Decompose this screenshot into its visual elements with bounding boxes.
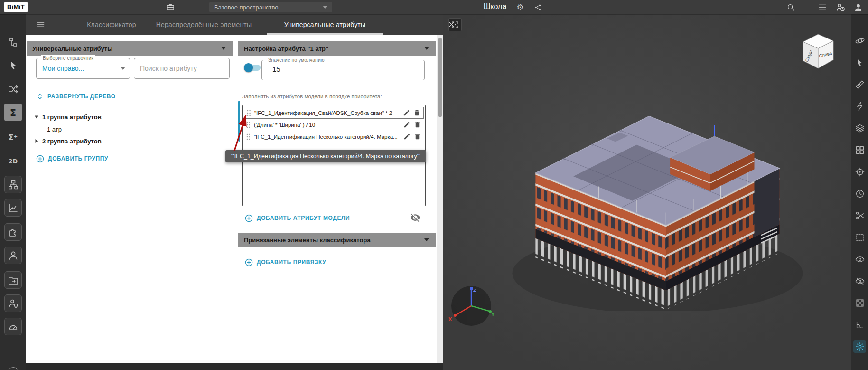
chevron-down-icon — [221, 47, 226, 50]
add-binding-label: ДОБАВИТЬ ПРИВЯЗКУ — [257, 259, 326, 266]
angle-button[interactable] — [853, 318, 866, 331]
tree-group-2[interactable]: 2 группа атрибутов — [34, 135, 102, 147]
right-toolbar — [851, 14, 868, 370]
help-button[interactable]: ? — [7, 367, 20, 370]
bolt-button[interactable] — [853, 100, 866, 113]
add-binding-button[interactable]: ДОБАВИТЬ ПРИВЯЗКУ — [245, 257, 326, 267]
cursor-icon — [855, 57, 865, 68]
model-tree-button[interactable] — [4, 33, 22, 51]
view-2d-button[interactable]: 2D — [4, 152, 22, 170]
layers-button[interactable] — [853, 122, 866, 134]
workspace-select[interactable]: Базовое пространство — [209, 2, 332, 12]
left-column-header[interactable]: Универсальные атрибуты — [27, 41, 233, 56]
left-toolbar: Σ Σ⁺ 2D ? — [0, 14, 26, 370]
account-icon[interactable] — [853, 2, 863, 12]
plus-circle-icon — [245, 214, 253, 222]
model-attribute-row[interactable]: "IFC_1_Идентификация Несколько категорий… — [244, 131, 424, 142]
sum-icon: Σ — [10, 107, 16, 118]
panel-tabbar: Классификатор Нераспределённые элементы … — [26, 14, 443, 35]
panel-scrollbar[interactable] — [437, 35, 443, 363]
scrollbar-thumb[interactable] — [438, 38, 442, 117]
add-formula-button[interactable]: Σ⁺ — [4, 129, 22, 146]
edit-pencil-icon[interactable] — [403, 133, 411, 140]
grid-button[interactable] — [853, 143, 866, 156]
workspace-label: Базовое пространство — [214, 4, 279, 11]
universal-attributes-button[interactable]: Σ — [4, 104, 22, 121]
section-button[interactable] — [853, 209, 866, 222]
transparency-button[interactable] — [853, 296, 866, 309]
target-button[interactable] — [853, 165, 866, 178]
scheme-button[interactable] — [4, 176, 22, 193]
angle-icon — [855, 320, 865, 330]
visibility-button[interactable] — [853, 253, 866, 266]
measure-button[interactable] — [853, 78, 866, 91]
tab-universal-attributes[interactable]: Универсальные атрибуты — [267, 14, 383, 35]
plugins-button[interactable] — [4, 223, 22, 241]
target-icon — [855, 167, 865, 177]
gear-icon[interactable]: ⚙ — [515, 2, 525, 12]
orbit-button[interactable] — [853, 34, 866, 47]
add-model-attribute-button[interactable]: ДОБАВИТЬ АТРИБУТ МОДЕЛИ — [245, 213, 350, 223]
bound-elements-header[interactable]: Привязанные элементы классификатора — [238, 233, 436, 247]
delete-trash-icon[interactable] — [413, 109, 420, 116]
right-column-header[interactable]: Настройка атрибута "1 атр" — [238, 41, 436, 56]
search-icon[interactable] — [785, 2, 796, 12]
visibility-off-icon[interactable] — [410, 212, 420, 225]
annotation-arrow — [228, 107, 256, 154]
briefcase-icon[interactable] — [165, 2, 176, 12]
tree-group-1[interactable]: 1 группа атрибутов — [34, 111, 102, 123]
select-button[interactable] — [4, 57, 22, 74]
tab-unassigned-elements[interactable]: Нераспределённые элементы — [150, 14, 257, 35]
user-location-button[interactable] — [4, 294, 22, 312]
model-attribute-row[interactable]: ('Длина' * 'Ширина' ) / 10 — [244, 119, 424, 131]
users-button[interactable] — [4, 247, 22, 264]
axis-gizmo[interactable]: Z X Y — [447, 281, 496, 331]
cursor-button[interactable] — [853, 56, 866, 69]
charts-button[interactable] — [4, 199, 22, 217]
viewport-3d[interactable]: Сзади Слева Z X Y — [443, 14, 851, 370]
axis-y-label: Y — [491, 312, 495, 317]
layers-icon — [855, 123, 865, 133]
menu-list-icon[interactable] — [817, 2, 828, 12]
bound-elements-header-label: Привязанные элементы классификатора — [244, 237, 371, 244]
tree-group-1-label: 1 группа атрибутов — [42, 114, 102, 121]
tab-classifier[interactable]: Классификатор — [78, 14, 145, 35]
add-group-label: ДОБАВИТЬ ГРУППУ — [48, 155, 108, 162]
panel-menu-icon[interactable] — [36, 19, 46, 30]
expand-tree-label: РАЗВЕРНУТЬ ДЕРЕВО — [47, 93, 116, 100]
reference-select[interactable]: Выберите справочник Мой справо... — [36, 58, 130, 79]
tree-attr-1[interactable]: 1 атр — [47, 123, 62, 135]
expand-tree-button[interactable]: РАЗВЕРНУТЬ ДЕРЕВО — [36, 92, 116, 101]
close-icon[interactable] — [446, 19, 457, 29]
settings-icon — [855, 342, 865, 352]
active-tab-underline — [267, 33, 383, 35]
default-value-toggle-knob[interactable] — [244, 63, 253, 72]
settings-active-button[interactable] — [853, 340, 866, 353]
model-attribute-text: "IFC_1_Идентификация Несколько категорий… — [254, 134, 400, 140]
edit-pencil-icon[interactable] — [403, 109, 410, 116]
shared-folder-button[interactable] — [4, 271, 22, 289]
default-value-input[interactable] — [271, 65, 416, 74]
delete-trash-icon[interactable] — [414, 133, 421, 140]
delete-trash-icon[interactable] — [414, 121, 421, 128]
chevron-down-icon — [323, 6, 327, 9]
edit-pencil-icon[interactable] — [403, 121, 411, 128]
user-activity-icon[interactable] — [835, 2, 846, 12]
relations-button[interactable] — [4, 80, 22, 98]
section-icon — [855, 210, 865, 221]
share-icon[interactable] — [532, 2, 543, 12]
selection-area-button[interactable] — [853, 231, 866, 244]
history-button[interactable] — [853, 187, 866, 200]
charts-icon — [8, 202, 19, 214]
unfold-icon — [36, 93, 44, 100]
model-attribute-row[interactable]: "IFC_1_Идентификация_Свай/ADSK_Срубка св… — [244, 107, 424, 119]
app-logo[interactable]: BiMiT — [4, 2, 28, 12]
sum-plus-icon: Σ⁺ — [9, 133, 18, 142]
add-group-button[interactable]: ДОБАВИТЬ ГРУППУ — [36, 153, 108, 164]
project-title: Школа — [478, 2, 512, 11]
dashboard-button[interactable] — [4, 318, 22, 335]
attribute-search-input[interactable] — [134, 58, 229, 78]
reference-select-label: Выберите справочник — [41, 55, 95, 61]
visibility-off-button[interactable] — [853, 275, 866, 287]
view-cube[interactable]: Сзади Слева — [793, 29, 841, 75]
